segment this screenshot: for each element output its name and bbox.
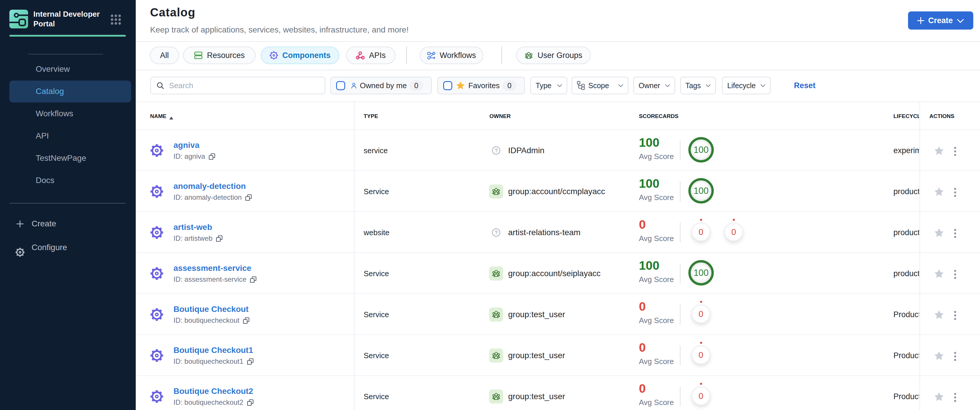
svg-text:?: ? xyxy=(495,230,498,236)
svg-text:?: ? xyxy=(495,148,498,154)
